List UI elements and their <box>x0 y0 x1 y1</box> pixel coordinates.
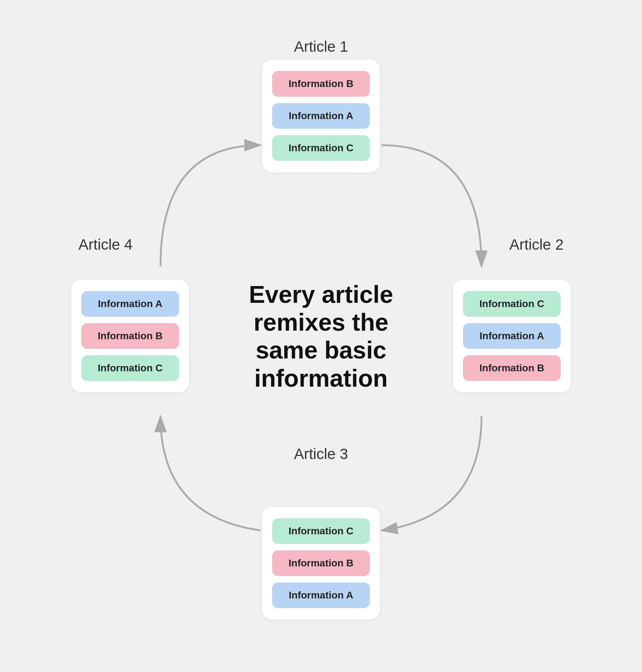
center-text: Every article remixes the same basic inf… <box>235 280 407 392</box>
article2-chip-1: Information A <box>463 323 561 349</box>
article1-chip-2: Information C <box>272 135 370 161</box>
article4-chip-2: Information C <box>81 355 179 381</box>
article2-label: Article 2 <box>509 236 564 253</box>
article4-box: Information A Information B Information … <box>71 280 189 392</box>
article3-label: Article 3 <box>294 446 348 463</box>
article2-chip-2: Information B <box>463 355 561 381</box>
article4-chip-0: Information A <box>81 291 179 317</box>
article3-chip-1: Information B <box>272 550 370 576</box>
article1-box: Information B Information A Information … <box>262 60 380 172</box>
article3-chip-0: Information C <box>272 518 370 544</box>
article1-chip-0: Information B <box>272 71 370 97</box>
article2-box: Information C Information A Information … <box>453 280 571 392</box>
diagram: Article 1 Information B Information A In… <box>71 24 571 648</box>
article1-label: Article 1 <box>294 38 348 55</box>
article4-label: Article 4 <box>78 236 133 253</box>
article4-chip-1: Information B <box>81 323 179 349</box>
article2-chip-0: Information C <box>463 291 561 317</box>
article3-chip-2: Information A <box>272 582 370 608</box>
article1-chip-1: Information A <box>272 103 370 129</box>
article3-box: Information C Information B Information … <box>262 507 380 620</box>
